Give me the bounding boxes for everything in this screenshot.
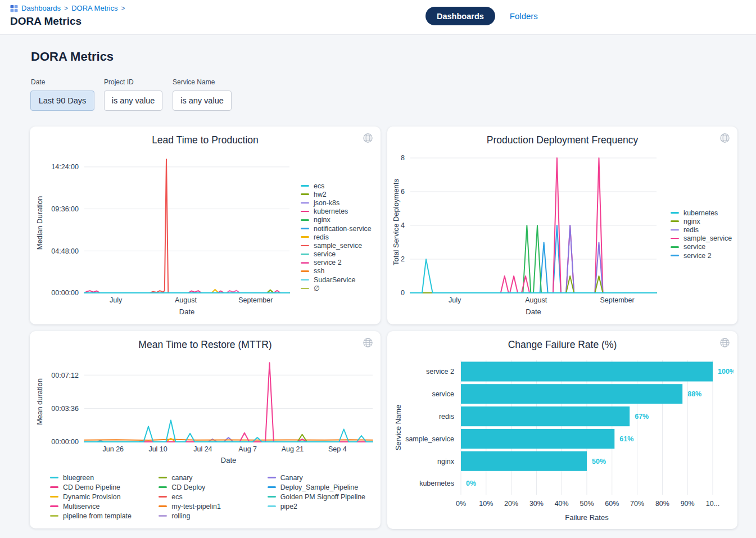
legend-item[interactable]: ecs — [301, 182, 372, 190]
legend-label: kubernetes — [683, 209, 718, 217]
chart-title: Lead Time to Production — [30, 134, 381, 146]
globe-icon[interactable] — [363, 337, 373, 350]
svg-text:redis: redis — [439, 413, 454, 421]
svg-text:Failure Rates: Failure Rates — [565, 513, 609, 522]
legend-label: nginx — [683, 218, 700, 225]
svg-text:August: August — [525, 296, 547, 304]
svg-text:August: August — [175, 296, 197, 304]
legend-swatch-icon — [268, 477, 276, 478]
legend-swatch-icon — [301, 193, 309, 195]
filter-date-button[interactable]: Last 90 Days — [30, 91, 94, 111]
legend-item[interactable]: ssh — [301, 267, 372, 275]
svg-text:40%: 40% — [555, 500, 569, 508]
legend-item[interactable]: canary — [159, 473, 265, 482]
legend-label: redis — [314, 233, 329, 241]
legend-swatch-icon — [671, 220, 679, 222]
legend-label: service — [314, 250, 336, 258]
deployment-frequency-chart[interactable]: 02468JulyAugustSeptemberDateTotal Servic… — [391, 149, 663, 318]
legend-swatch-icon — [159, 505, 167, 507]
svg-text:8: 8 — [401, 154, 405, 162]
lead-time-chart[interactable]: 00:00:0004:48:0009:36:0014:24:00JulyAugu… — [34, 149, 298, 318]
svg-text:20%: 20% — [504, 500, 518, 508]
legend-item[interactable]: service — [301, 250, 372, 259]
svg-text:kubernetes: kubernetes — [419, 480, 454, 487]
legend-item[interactable]: notification-service — [301, 224, 372, 233]
legend-swatch-icon — [301, 228, 309, 229]
legend-item[interactable]: service 2 — [671, 251, 732, 260]
tab-folders[interactable]: Folders — [510, 11, 538, 21]
legend-swatch-icon — [50, 505, 58, 507]
legend-swatch-icon — [301, 219, 309, 221]
legend-swatch-icon — [301, 254, 309, 255]
svg-text:00:00:00: 00:00:00 — [51, 289, 79, 297]
svg-text:Service Name: Service Name — [394, 405, 402, 451]
globe-icon[interactable] — [363, 133, 373, 146]
legend-item[interactable]: bluegreen — [50, 473, 157, 482]
tile-change-failure-rate: Change Failure Rate (%) 0%10%20%30%40%50… — [387, 331, 737, 529]
legend-item[interactable]: pipe2 — [268, 501, 374, 511]
legend-label: pipe2 — [280, 503, 297, 510]
breadcrumb-link-dora-metrics[interactable]: DORA Metrics — [71, 4, 117, 12]
legend-item[interactable]: ecs — [159, 492, 265, 501]
legend-item[interactable]: Dynamic Provision — [50, 492, 157, 501]
legend-item[interactable]: ∅ — [301, 284, 372, 292]
svg-text:Date: Date — [221, 456, 236, 464]
legend-swatch-icon — [50, 515, 58, 517]
filter-project-id-label: Project ID — [104, 78, 134, 86]
svg-text:50%: 50% — [592, 458, 606, 465]
svg-text:14:24:00: 14:24:00 — [51, 163, 79, 171]
legend-item[interactable]: service — [671, 243, 732, 251]
svg-text:service 2: service 2 — [426, 368, 454, 376]
mttr-chart[interactable]: 00:00:0000:03:3600:07:12Jun 26Jul 10Jul … — [34, 359, 378, 466]
legend-label: CD Deploy — [171, 483, 205, 491]
legend-item[interactable]: redis — [301, 233, 372, 241]
legend-label: SudarService — [314, 276, 355, 284]
legend-item[interactable]: pipeline from template — [50, 511, 157, 521]
legend-swatch-icon — [159, 515, 167, 517]
legend-item[interactable]: nginx — [671, 217, 732, 225]
legend-item[interactable]: my-test-pipelin1 — [159, 501, 265, 511]
legend-item[interactable]: rolling — [159, 511, 265, 521]
legend-item[interactable]: service 2 — [301, 259, 372, 267]
svg-text:04:48:00: 04:48:00 — [51, 247, 79, 255]
legend-item[interactable]: redis — [671, 225, 732, 234]
legend-item[interactable]: Multiservice — [50, 501, 157, 511]
section-title: DORA Metrics — [31, 49, 114, 64]
legend-swatch-icon — [301, 245, 309, 247]
svg-text:4: 4 — [401, 221, 405, 229]
filter-project-id-button[interactable]: is any value — [104, 91, 162, 111]
tab-dashboards[interactable]: Dashboards — [425, 7, 495, 25]
legend-label: Golden PM Signoff Pipeline — [280, 493, 365, 501]
change-failure-rate-chart[interactable]: 0%10%20%30%40%50%60%70%80%90%10...servic… — [391, 357, 734, 526]
legend-item[interactable]: hw2 — [301, 190, 372, 198]
legend-item[interactable]: sample_service — [671, 234, 732, 243]
legend-swatch-icon — [301, 262, 309, 264]
svg-text:Aug 7: Aug 7 — [238, 445, 257, 453]
legend-label: bluegreen — [63, 474, 94, 482]
legend-swatch-icon — [671, 229, 679, 231]
globe-icon[interactable] — [719, 133, 730, 146]
svg-text:6: 6 — [401, 188, 405, 196]
breadcrumb-link-dashboards[interactable]: Dashboards — [21, 4, 61, 12]
legend-item[interactable]: sample_service — [301, 241, 372, 250]
svg-text:July: July — [449, 296, 461, 304]
legend-item[interactable]: CD Demo Pipeline — [50, 482, 157, 492]
svg-text:Jun 26: Jun 26 — [103, 445, 124, 453]
legend-item[interactable]: Canary — [268, 473, 374, 482]
legend-item[interactable]: json-k8s — [301, 198, 372, 207]
svg-text:Jul 10: Jul 10 — [148, 445, 167, 453]
legend-item[interactable]: CD Deploy — [159, 482, 265, 492]
filter-service-name-button[interactable]: is any value — [173, 91, 232, 111]
legend-label: Dynamic Provision — [63, 493, 121, 501]
legend-item[interactable]: kubernetes — [301, 207, 372, 216]
legend-item[interactable]: SudarService — [301, 275, 372, 284]
legend-item[interactable]: Deploy_Sample_Pipeline — [268, 482, 374, 492]
globe-icon[interactable] — [719, 337, 730, 350]
svg-text:50%: 50% — [580, 500, 594, 508]
legend-item[interactable]: Golden PM Signoff Pipeline — [268, 492, 374, 501]
legend-label: service 2 — [683, 252, 712, 260]
breadcrumb: Dashboards > DORA Metrics > — [10, 4, 125, 12]
legend-item[interactable]: nginx — [301, 216, 372, 224]
legend-item[interactable]: kubernetes — [671, 209, 732, 217]
legend-label: my-test-pipelin1 — [171, 503, 220, 510]
